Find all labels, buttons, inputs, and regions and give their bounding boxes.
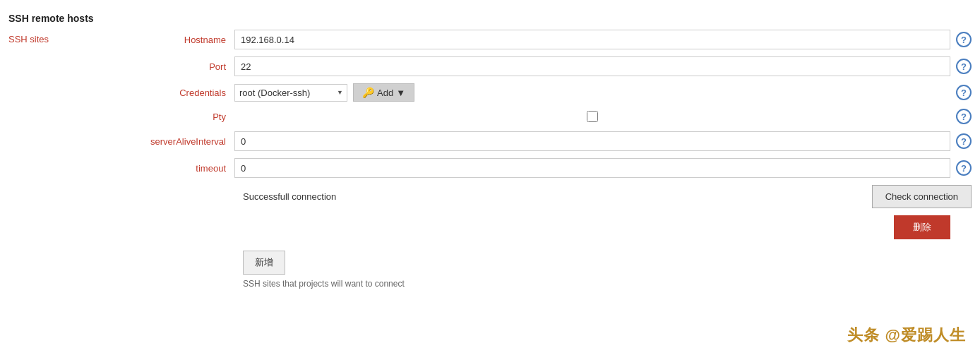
hostname-control: ? [234,30,972,49]
server-alive-control: ? [234,131,972,151]
credentials-row: Credentials root (Docker-ssh) 🔑 Add ▼ ? [121,83,972,102]
add-credential-button[interactable]: 🔑 Add ▼ [353,83,414,102]
credentials-select-wrapper: root (Docker-ssh) [234,84,347,102]
hostname-help-icon[interactable]: ? [956,32,972,47]
port-help-icon[interactable]: ? [956,59,972,74]
sidebar-item-ssh-sites[interactable]: SSH sites [8,32,107,46]
credentials-label: Credentials [121,88,234,98]
port-row: Port ? [121,56,972,76]
hostname-row: Hostname ? [121,30,972,49]
pty-inner [234,111,950,122]
credentials-inner: root (Docker-ssh) 🔑 Add ▼ [234,83,950,102]
server-alive-label: serverAliveInterval [121,136,234,147]
timeout-input[interactable] [234,158,950,178]
delete-row: 删除 [121,215,972,239]
pty-row: Pty ? [121,109,972,124]
delete-button[interactable]: 删除 [894,215,950,239]
check-connection-button[interactable]: Check connection [872,185,972,208]
port-label: Port [121,61,234,72]
status-row: Successfull connection Check connection [243,185,972,208]
timeout-help-icon[interactable]: ? [956,160,972,176]
pty-control: ? [234,109,972,124]
timeout-label: timeout [121,163,234,174]
hostname-input[interactable] [234,30,950,49]
page-title: SSH remote hosts [0,7,980,30]
key-icon: 🔑 [362,87,374,98]
sidebar: SSH sites [8,30,107,289]
main-layout: SSH sites Hostname ? Port ? Credentials [0,30,980,289]
hostname-label: Hostname [121,35,234,45]
timeout-control: ? [234,158,972,178]
port-input[interactable] [234,56,950,76]
credentials-control: root (Docker-ssh) 🔑 Add ▼ ? [234,83,972,102]
port-control: ? [234,56,972,76]
pty-label: Pty [121,112,234,122]
hint-text: SSH sites that projects will want to con… [243,279,972,289]
pty-spacer [234,111,950,122]
add-new-button[interactable]: 新增 [243,251,285,275]
pty-checkbox[interactable] [587,111,598,122]
add-label: Add [377,88,393,98]
add-chevron-icon: ▼ [396,88,405,98]
timeout-row: timeout ? [121,158,972,178]
form-area: Hostname ? Port ? Credentials root (Dock [107,30,972,289]
server-alive-help-icon[interactable]: ? [956,133,972,149]
add-new-row: 新增 SSH sites that projects will want to … [243,251,972,289]
server-alive-input[interactable] [234,131,950,151]
credentials-help-icon[interactable]: ? [956,85,972,100]
connection-status-text: Successfull connection [243,191,872,202]
credentials-select[interactable]: root (Docker-ssh) [234,84,347,102]
pty-help-icon[interactable]: ? [956,109,972,124]
server-alive-row: serverAliveInterval ? [121,131,972,151]
